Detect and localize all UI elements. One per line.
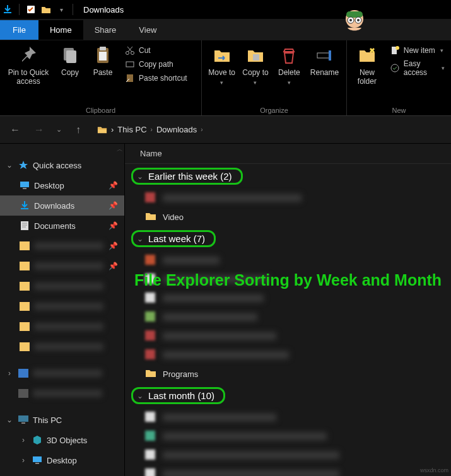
svg-rect-31 — [20, 322, 30, 331]
rename-button[interactable]: Rename — [307, 43, 343, 77]
cut-button[interactable]: Cut — [122, 44, 190, 57]
nav-bar: ← → ⌄ ↑ › This PC› Downloads› — [0, 116, 451, 144]
svg-point-7 — [357, 19, 360, 21]
chevron-down-icon: ⌄ — [137, 235, 143, 243]
svg-rect-0 — [4, 12, 11, 13]
file-row[interactable]: x — [125, 465, 451, 476]
file-row[interactable]: x — [125, 308, 451, 327]
pin-icon: 📌 — [108, 221, 118, 230]
tree-quick-access[interactable]: ⌄ Quick access — [0, 155, 124, 175]
svg-rect-36 — [21, 422, 25, 424]
tab-share[interactable]: Share — [83, 20, 128, 40]
tab-home[interactable]: Home — [38, 20, 83, 40]
ribbon-group-new: New folder New item ▾ Easy access ▾ New — [347, 40, 451, 115]
svg-rect-28 — [20, 262, 30, 270]
svg-rect-15 — [126, 62, 134, 67]
file-row[interactable]: x — [125, 408, 451, 427]
group-last-week[interactable]: ⌄ Last week (7) — [125, 226, 451, 251]
scroll-hint-icon[interactable]: ︿ — [117, 145, 123, 154]
svg-rect-23 — [20, 182, 29, 187]
svg-rect-19 — [329, 50, 331, 61]
move-to-button[interactable]: Move to ▾ — [206, 43, 238, 86]
tab-view[interactable]: View — [127, 20, 168, 40]
column-header-name[interactable]: Name — [125, 144, 451, 164]
avatar-graphic — [340, 6, 369, 35]
svg-rect-33 — [18, 369, 28, 378]
tab-file[interactable]: File — [0, 20, 38, 40]
new-folder-button[interactable]: New folder — [351, 43, 384, 86]
easy-access-button[interactable]: Easy access ▾ — [387, 58, 447, 78]
ribbon: Pin to Quick access Copy Paste Cut Copy … — [0, 40, 451, 116]
tree-item-blurred[interactable]: xxxxxxx — [0, 276, 124, 296]
svg-rect-30 — [20, 302, 30, 311]
tree-item-blurred[interactable]: xxxxxxxxxx — [0, 337, 124, 357]
new-item-icon — [390, 45, 400, 55]
tree-downloads[interactable]: Downloads 📌 — [0, 195, 124, 216]
svg-rect-42 — [145, 274, 155, 284]
ribbon-tabs: File Home Share View — [0, 19, 451, 40]
qat-folder-icon[interactable] — [41, 4, 51, 15]
file-row[interactable]: x — [125, 270, 451, 289]
nav-recent-dropdown[interactable]: ⌄ — [54, 121, 63, 139]
new-item-button[interactable]: New item ▾ — [387, 44, 447, 57]
breadcrumb[interactable]: › This PC› Downloads› — [93, 125, 445, 135]
svg-rect-26 — [21, 221, 28, 230]
chevron-down-icon: ⌄ — [137, 172, 143, 181]
chevron-down-icon[interactable]: ⌄ — [5, 415, 14, 424]
svg-rect-37 — [33, 456, 42, 462]
svg-rect-43 — [145, 293, 155, 303]
file-row[interactable]: x — [125, 327, 451, 345]
tree-desktop-2[interactable]: › Desktop — [0, 450, 124, 470]
copy-path-icon — [125, 59, 135, 69]
group-label-organize: Organize — [206, 105, 343, 114]
svg-rect-25 — [21, 208, 28, 209]
file-row[interactable]: x — [125, 189, 451, 207]
divider — [19, 4, 20, 15]
tree-3d-objects[interactable]: › 3D Objects — [0, 430, 124, 450]
svg-rect-3 — [346, 11, 363, 18]
file-row-video[interactable]: Video — [125, 207, 451, 226]
copy-path-button[interactable]: Copy path — [122, 58, 190, 71]
nav-forward-button[interactable]: → — [30, 121, 48, 139]
chevron-down-icon[interactable]: ⌄ — [5, 161, 14, 170]
group-earlier-this-week[interactable]: ⌄ Earlier this week (2) — [125, 164, 451, 189]
crumb-this-pc[interactable]: This PC› — [117, 125, 153, 134]
group-label-new: New — [351, 105, 447, 114]
desktop-icon — [19, 180, 30, 191]
pin-icon: 📌 — [108, 201, 118, 210]
file-row-programs[interactable]: Programs — [125, 364, 451, 383]
this-pc-icon — [18, 414, 29, 426]
pin-quick-access-button[interactable]: Pin to Quick access — [4, 43, 53, 86]
svg-rect-44 — [145, 311, 155, 322]
file-row[interactable]: x — [125, 427, 451, 446]
svg-rect-50 — [145, 468, 155, 476]
svg-point-22 — [391, 64, 399, 72]
file-row[interactable]: x — [125, 251, 451, 270]
tree-item-blurred[interactable]: xxxxxxxxxx📌 — [0, 256, 124, 276]
tree-item-blurred[interactable]: ›xxxxxxx — [0, 363, 124, 383]
tree-item-blurred[interactable]: xxxxxxxxx — [0, 296, 124, 316]
nav-up-button[interactable]: ↑ — [69, 121, 87, 139]
tree-item-blurred[interactable]: xxxxxxxx📌 — [0, 236, 124, 256]
tree-documents[interactable]: Documents 📌 — [0, 216, 124, 236]
copy-to-button[interactable]: Copy to ▾ — [239, 43, 271, 86]
file-row[interactable]: x — [125, 446, 451, 465]
tree-item-blurred[interactable]: xxxxxxxx — [0, 316, 124, 337]
tree-item-blurred[interactable]: xxxxxx — [0, 383, 124, 403]
copy-button[interactable]: Copy — [54, 43, 86, 77]
file-row[interactable]: x — [125, 345, 451, 364]
tree-documents-2[interactable]: › Documents — [0, 470, 124, 476]
delete-button[interactable]: Delete ▾ — [273, 43, 305, 86]
qat-properties-icon[interactable] — [26, 4, 36, 15]
chevron-right-icon[interactable]: › — [111, 125, 114, 134]
nav-back-button[interactable]: ← — [6, 121, 24, 139]
paste-button[interactable]: Paste — [87, 43, 119, 77]
file-row[interactable]: x — [125, 289, 451, 308]
group-last-month[interactable]: ⌄ Last month (10) — [125, 383, 451, 408]
crumb-downloads[interactable]: Downloads› — [156, 125, 203, 134]
paste-shortcut-button[interactable]: Paste shortcut — [122, 72, 190, 84]
tree-desktop[interactable]: Desktop 📌 — [0, 175, 124, 195]
svg-point-14 — [131, 52, 134, 55]
tree-this-pc[interactable]: ⌄ This PC — [0, 410, 124, 430]
qat-dropdown-icon[interactable]: ▾ — [56, 4, 66, 15]
